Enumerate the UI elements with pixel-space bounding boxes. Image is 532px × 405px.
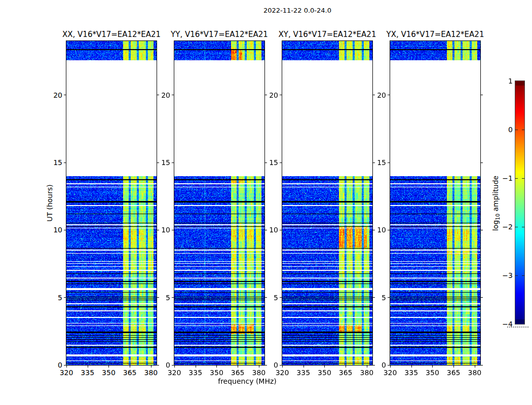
figure-title: 2022-11-22 0.0-24.0: [221, 7, 373, 14]
y-tick-mark: [64, 230, 66, 230]
spectrogram-panel: [390, 40, 481, 366]
y-tick-mark: [64, 297, 66, 298]
colorbar-label: log10 amplitude: [491, 168, 501, 238]
colorbar-tick-label: −4: [492, 319, 513, 329]
y-tick-mark: [481, 297, 483, 298]
x-tick-mark: [390, 366, 391, 368]
panel-title: YY, V16*V17=EA12*EA21: [161, 30, 278, 39]
y-tick-label: 15: [369, 158, 386, 167]
x-tick-mark: [475, 366, 475, 368]
colorbar-label-prefix: log: [491, 220, 500, 231]
y-axis-label: UT (hours): [46, 173, 54, 233]
y-tick-mark: [388, 230, 390, 230]
x-tick-mark: [282, 366, 283, 368]
colorbar-tick-label: 0: [492, 125, 513, 134]
spectrogram-figure: 2022-11-22 0.0-24.0 XX, V16*V17=EA12*EA2…: [0, 0, 532, 405]
spectrogram-canvas: [66, 41, 157, 365]
x-tick-label: 365: [226, 369, 249, 377]
y-tick-mark: [481, 95, 483, 95]
y-tick-label: 15: [45, 158, 62, 167]
y-tick-label: 0: [153, 361, 170, 369]
x-tick-label: 320: [55, 369, 78, 377]
spectrogram-canvas: [174, 41, 264, 365]
y-tick-label: 5: [261, 294, 278, 302]
x-tick-label: 350: [421, 369, 443, 377]
y-tick-mark: [280, 365, 282, 366]
colorbar-tick-label: 1: [492, 76, 513, 86]
x-tick-label: 335: [400, 369, 423, 377]
x-tick-label: 320: [163, 369, 185, 377]
x-axis-label: frequency (MHz): [197, 377, 298, 385]
x-tick-label: 365: [334, 369, 357, 377]
x-tick-mark: [196, 366, 196, 368]
y-tick-mark: [64, 365, 66, 366]
x-tick-label: 350: [205, 369, 227, 377]
colorbar-label-suffix: amplitude: [491, 176, 500, 214]
y-tick-mark: [280, 163, 282, 163]
x-tick-mark: [346, 366, 346, 368]
x-tick-label: 380: [356, 369, 378, 377]
colorbar-tick-label: −3: [492, 271, 513, 280]
panel-title: XY, V16*V17=EA12*EA21: [269, 30, 386, 39]
panel-title: XX, V16*V17=EA12*EA21: [53, 30, 170, 39]
y-tick-mark: [388, 95, 390, 95]
y-tick-mark: [172, 230, 174, 230]
y-tick-label: 10: [369, 226, 386, 234]
colorbar-label-sub: 10: [495, 214, 501, 220]
x-tick-mark: [303, 366, 304, 368]
x-tick-mark: [259, 366, 259, 368]
x-tick-label: 380: [140, 369, 162, 377]
y-tick-mark: [481, 230, 483, 230]
x-tick-label: 335: [292, 369, 315, 377]
y-tick-mark: [280, 95, 282, 95]
y-tick-mark: [280, 297, 282, 298]
x-tick-mark: [108, 366, 109, 368]
y-tick-mark: [172, 297, 174, 298]
y-tick-label: 15: [261, 158, 278, 167]
x-tick-label: 365: [442, 369, 465, 377]
y-tick-label: 15: [153, 158, 170, 167]
colorbar-gradient-canvas: [515, 81, 524, 324]
x-tick-label: 380: [248, 369, 270, 377]
spectrogram-panel: [282, 40, 373, 366]
x-tick-mark: [367, 366, 367, 368]
x-tick-mark: [324, 366, 325, 368]
y-tick-mark: [172, 365, 174, 366]
y-tick-label: 0: [261, 361, 278, 369]
y-tick-label: 5: [153, 294, 170, 302]
y-tick-label: 0: [45, 361, 62, 369]
x-tick-mark: [130, 366, 130, 368]
x-tick-mark: [174, 366, 175, 368]
y-tick-mark: [64, 95, 66, 95]
x-tick-mark: [66, 366, 67, 368]
x-tick-mark: [88, 366, 88, 368]
y-tick-label: 5: [45, 294, 62, 302]
y-tick-label: 10: [153, 226, 170, 234]
x-tick-label: 350: [313, 369, 335, 377]
y-tick-label: 20: [153, 91, 170, 99]
y-tick-mark: [481, 365, 483, 366]
spectrogram-panel: [174, 40, 265, 366]
y-tick-label: 0: [369, 361, 386, 369]
x-tick-label: 320: [379, 369, 401, 377]
spectrogram-canvas: [282, 41, 372, 365]
y-tick-mark: [280, 230, 282, 230]
x-tick-mark: [432, 366, 433, 368]
x-tick-label: 365: [119, 369, 141, 377]
spectrogram-panel: [66, 40, 157, 366]
y-tick-mark: [388, 163, 390, 163]
x-tick-mark: [238, 366, 238, 368]
y-tick-label: 20: [45, 91, 62, 99]
y-tick-label: 20: [261, 91, 278, 99]
x-tick-mark: [151, 366, 151, 368]
y-tick-label: 5: [369, 294, 386, 302]
x-tick-mark: [411, 366, 412, 368]
x-tick-label: 380: [464, 369, 486, 377]
y-tick-mark: [388, 365, 390, 366]
x-tick-label: 350: [97, 369, 120, 377]
x-tick-label: 335: [184, 369, 207, 377]
y-tick-label: 10: [261, 226, 278, 234]
spectrogram-canvas: [390, 41, 480, 365]
y-tick-mark: [172, 163, 174, 163]
y-tick-mark: [388, 297, 390, 298]
